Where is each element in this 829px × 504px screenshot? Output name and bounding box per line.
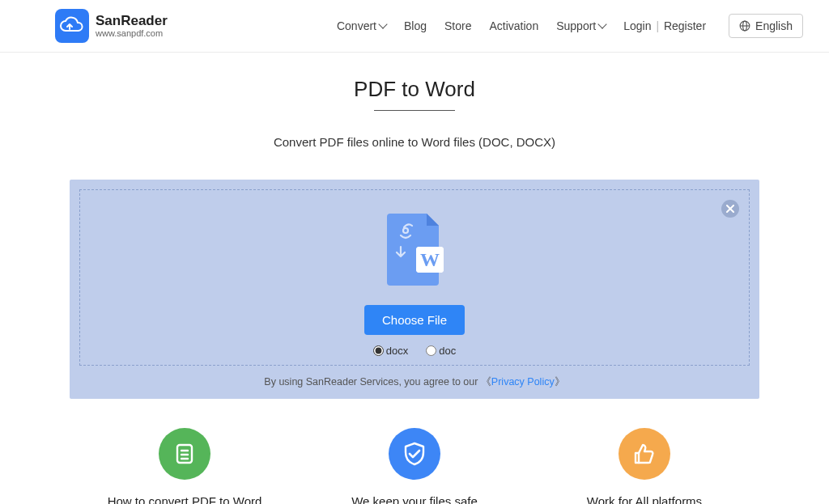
brand-title: SanReader xyxy=(96,14,168,29)
globe-icon xyxy=(739,20,750,32)
nav-support[interactable]: Support xyxy=(556,19,606,32)
brand-subtitle: www.sanpdf.com xyxy=(96,28,168,38)
feature-platforms-title: Work for All platforms xyxy=(587,494,702,504)
policy-text: By using SanReader Services, you agree t… xyxy=(79,375,750,389)
close-icon xyxy=(726,205,734,213)
nav-auth: Login | Register xyxy=(623,19,706,32)
features-row: How to convert PDF to Word We keep your … xyxy=(0,399,829,504)
nav-convert-label: Convert xyxy=(337,19,376,32)
option-docx-label: docx xyxy=(386,345,408,357)
feature-safe: We keep your files safe xyxy=(300,428,529,504)
shield-check-icon xyxy=(389,428,440,480)
feature-platforms: Work for All platforms xyxy=(529,428,759,504)
chevron-down-icon xyxy=(378,19,387,28)
format-options: docx doc xyxy=(93,345,736,357)
feature-howto-title: How to convert PDF to Word xyxy=(108,494,262,504)
privacy-policy-link[interactable]: Privacy Policy xyxy=(491,376,555,388)
nav-blog[interactable]: Blog xyxy=(404,19,427,32)
policy-post: 》 xyxy=(555,376,565,388)
drop-zone[interactable]: W Choose File docx doc xyxy=(79,189,750,366)
chevron-down-icon xyxy=(598,19,607,28)
header: SanReader www.sanpdf.com Convert Blog St… xyxy=(0,0,829,53)
option-doc[interactable]: doc xyxy=(426,345,456,357)
nav-store[interactable]: Store xyxy=(444,19,471,32)
radio-doc[interactable] xyxy=(426,345,436,356)
page-subtitle: Convert PDF files online to Word files (… xyxy=(70,135,759,149)
nav-convert[interactable]: Convert xyxy=(337,19,386,32)
radio-docx[interactable] xyxy=(373,345,384,356)
brand[interactable]: SanReader www.sanpdf.com xyxy=(55,9,168,43)
thumbs-up-icon xyxy=(619,428,670,480)
pdf-to-word-icon: W xyxy=(378,210,451,294)
nav: Convert Blog Store Activation Support Lo… xyxy=(337,14,803,38)
language-button[interactable]: English xyxy=(729,14,803,38)
page-title: PDF to Word xyxy=(70,77,759,102)
language-label: English xyxy=(755,19,793,32)
nav-register[interactable]: Register xyxy=(664,19,706,32)
close-button[interactable] xyxy=(721,200,739,218)
policy-pre: By using SanReader Services, you agree t… xyxy=(264,376,491,388)
nav-support-label: Support xyxy=(556,19,596,32)
upload-panel: W Choose File docx doc By using SanReade… xyxy=(70,180,759,399)
auth-separator: | xyxy=(656,19,659,32)
option-docx[interactable]: docx xyxy=(373,345,408,357)
title-underline xyxy=(374,110,455,111)
feature-safe-title: We keep your files safe xyxy=(351,494,478,504)
nav-login[interactable]: Login xyxy=(623,19,651,32)
main: PDF to Word Convert PDF files online to … xyxy=(0,53,829,399)
nav-activation[interactable]: Activation xyxy=(490,19,539,32)
feature-howto: How to convert PDF to Word xyxy=(70,428,300,504)
option-doc-label: doc xyxy=(439,345,456,357)
brand-logo-icon xyxy=(55,9,89,43)
document-icon xyxy=(159,428,210,480)
svg-text:W: W xyxy=(420,249,440,270)
choose-file-button[interactable]: Choose File xyxy=(364,305,465,335)
